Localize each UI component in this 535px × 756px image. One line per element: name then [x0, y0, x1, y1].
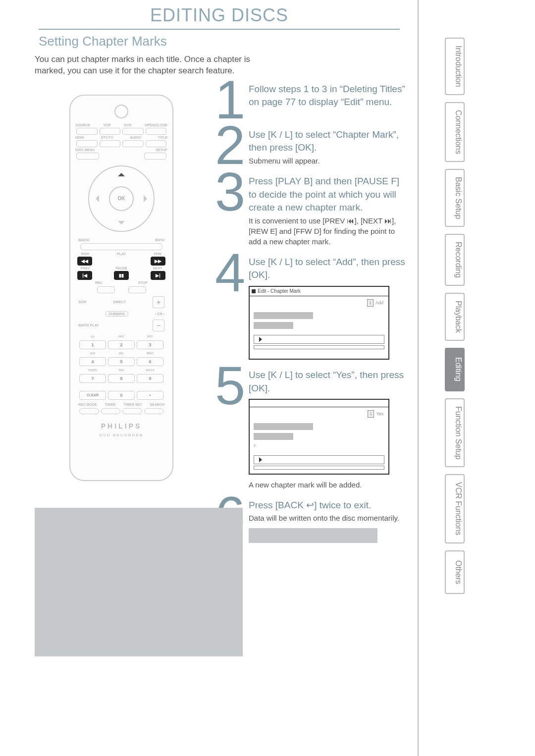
step-text: Use [K / L] to select “Yes”, then press … — [249, 369, 409, 395]
label: SETUP — [156, 148, 167, 152]
label: PREV — [77, 267, 93, 270]
step-text: Follow steps 1 to 3 in “Deleting Titles”… — [249, 83, 409, 109]
step-number: 2 — [215, 125, 245, 165]
remote-button — [122, 128, 144, 135]
step-1: 1 Follow steps 1 to 3 in “Deleting Title… — [215, 80, 409, 119]
dpad: OK — [88, 165, 155, 232]
step-number: 5 — [215, 366, 245, 405]
side-tabs: IntroductionConnectionsBasic SetupRecord… — [445, 38, 465, 594]
tab-introduction[interactable]: Introduction — [445, 38, 465, 95]
label: AUDIO — [130, 136, 141, 139]
label: DISC MENU — [75, 148, 95, 152]
rec-button — [97, 286, 115, 293]
num-button: 0 — [108, 391, 135, 400]
remote-button — [76, 128, 98, 135]
step-note: It is convenient to use [PREV ⏮], [NEXT … — [249, 216, 409, 247]
label: TIMER — [105, 403, 116, 406]
label: WXYZ — [137, 368, 163, 372]
model-label: DVD RECORDER — [75, 433, 167, 437]
num-button: 8 — [108, 374, 135, 383]
label: NEXT — [150, 267, 165, 270]
label: TUV — [108, 368, 135, 372]
timeline — [254, 335, 384, 344]
selection-bar — [254, 312, 313, 319]
ffw-button: ▶▶ — [151, 257, 165, 266]
label: FFW — [150, 252, 165, 256]
remote-button — [80, 243, 162, 250]
remote-button — [146, 128, 167, 135]
next-button: ▶| — [151, 271, 165, 280]
title-rule — [39, 29, 400, 30]
label: TITLE — [158, 136, 167, 139]
numpad: @/ABCDEF 123 GHIJKLMNO 456 PQRSTUVWXYZ 7… — [79, 334, 163, 400]
label: REW — [77, 252, 93, 256]
label: ABC — [108, 334, 135, 338]
num-button: • — [137, 391, 163, 400]
arrow-right-icon — [144, 195, 151, 202]
stop-button — [128, 286, 146, 293]
num-button: 4 — [79, 357, 106, 366]
label: BACK — [78, 238, 90, 242]
remote-button — [76, 153, 99, 160]
tab-others[interactable]: Others — [445, 550, 465, 594]
pause-button: ▮▮ — [114, 271, 129, 280]
power-icon — [114, 105, 128, 118]
timeline — [254, 455, 384, 464]
left-column: SOURCEVCRDVDOPEN/CLOSE HDMIDTV/TVAUDIOTI… — [30, 80, 213, 481]
tab-function-setup[interactable]: Function Setup — [445, 398, 465, 468]
remote-button — [146, 140, 167, 147]
label: TIMER SET — [123, 403, 142, 406]
remote-button — [100, 128, 121, 135]
label: INFO — [155, 238, 164, 242]
step-text: Press [BACK ↩] twice to exit. — [249, 499, 399, 512]
label: DTV/TV — [101, 136, 113, 139]
num-button: 5 — [108, 357, 135, 366]
num-button: 6 — [137, 357, 163, 366]
label: DUBBING — [105, 311, 128, 317]
label: @/ — [79, 334, 106, 338]
tab-basic-setup[interactable]: Basic Setup — [445, 169, 465, 227]
timeline — [254, 345, 384, 349]
label: DEF — [137, 334, 163, 338]
section-heading: Setting Chapter Marks — [39, 34, 409, 49]
step-6: 6 Press [BACK ↩] twice to exit. Data wil… — [215, 496, 409, 543]
tab-recording[interactable]: Recording — [445, 234, 465, 286]
tab-playback[interactable]: Playback — [445, 293, 465, 341]
step-number: 3 — [215, 172, 245, 212]
step-3: 3 Press [PLAY B] and then [PAUSE F] to d… — [215, 172, 409, 247]
remote-button — [100, 140, 121, 147]
screen-option: Add — [375, 300, 383, 305]
remote-button — [122, 140, 144, 147]
label: STOP — [138, 281, 148, 284]
step-note: A new chapter mark will be added. — [249, 480, 409, 490]
num-button: 1 — [79, 340, 106, 349]
selection-bar — [254, 322, 293, 329]
label: OPEN/CLOSE — [145, 123, 167, 127]
brand-logo: PHILIPS — [75, 422, 167, 430]
arrow-up-icon — [118, 169, 125, 176]
label: VCR — [104, 123, 111, 127]
num-button: 3 — [137, 340, 163, 349]
steps-column: 1 Follow steps 1 to 3 in “Deleting Title… — [213, 80, 409, 549]
label: DVD — [124, 123, 131, 127]
square-icon — [252, 289, 256, 293]
remote-button — [144, 408, 164, 414]
ch-up-button: + — [153, 296, 164, 308]
label: GHI — [79, 351, 106, 355]
tv-screen-illustration: Edit - Chapter Mark 1Add — [249, 286, 389, 360]
remote-button — [144, 153, 167, 160]
tv-screen-illustration: 1Yes F — [249, 399, 389, 475]
page-title: EDITING DISCS — [30, 0, 409, 29]
ok-button: OK — [109, 186, 134, 211]
tab-connections[interactable]: Connections — [445, 102, 465, 162]
tab-vcr-functions[interactable]: VCR Functions — [445, 474, 465, 543]
redacted-block — [249, 528, 377, 543]
label: REC — [95, 281, 103, 284]
arrow-left-icon — [92, 195, 99, 202]
selection-bar — [254, 423, 313, 430]
tab-editing[interactable]: Editing — [445, 348, 465, 391]
step-text: Press [PLAY B] and then [PAUSE F] to dec… — [249, 175, 409, 215]
prev-button: |◀ — [77, 271, 92, 280]
main-content: EDITING DISCS Setting Chapter Marks You … — [30, 0, 419, 756]
label: SEARCH — [150, 403, 164, 406]
